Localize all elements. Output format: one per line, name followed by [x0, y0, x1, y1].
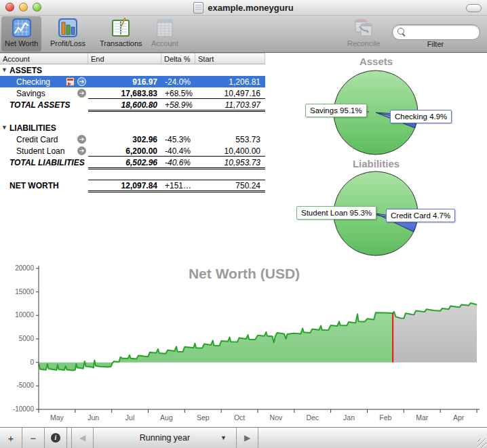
filter-label: Filter [392, 40, 479, 48]
table-row[interactable]: ▼ASSETS [0, 64, 265, 76]
column-header-end[interactable]: End [88, 54, 161, 64]
start-amount-cell: 10,953.73 [195, 157, 265, 169]
account-name: LIABILITIES [9, 123, 56, 133]
profit-loss-button[interactable]: Profit/Loss [47, 16, 89, 52]
toolbar: Net Worth Profit/Loss T [0, 16, 487, 53]
start-amount-cell: 10,400.00 [195, 145, 265, 157]
column-header-account[interactable]: Account [0, 54, 88, 64]
svg-text:Net Worth (USD): Net Worth (USD) [189, 266, 300, 281]
add-account-button[interactable]: + [0, 428, 22, 448]
svg-text:Oct: Oct [234, 413, 245, 422]
svg-text:5000: 5000 [19, 335, 35, 342]
svg-text:May: May [50, 413, 64, 422]
edit-account-icon[interactable] [66, 77, 75, 86]
end-amount-cell: 302.96 [88, 134, 161, 145]
net-worth-chart: -10000-500005000100001500020000MayJunJul… [0, 261, 487, 427]
reconcile-icon [353, 17, 374, 39]
column-header-start[interactable]: Start [195, 54, 265, 64]
reconcile-label: Reconcile [347, 39, 380, 47]
table-row[interactable]: NET WORTH12,097.84+151…750.24 [0, 180, 265, 191]
svg-text:15000: 15000 [15, 288, 34, 296]
bottom-bar-spacer [67, 428, 72, 448]
svg-text:-10000: -10000 [13, 405, 35, 413]
pie-panel: Assets Liabilities Savings 95.1% Checkin… [265, 53, 487, 261]
start-amount-cell: 750.24 [195, 180, 265, 192]
chevron-left-icon: ◀ [79, 433, 85, 443]
transactions-button[interactable]: Transactions [96, 16, 146, 52]
remove-account-button[interactable]: − [22, 428, 45, 448]
table-row[interactable]: TOTAL ASSETS18,600.80+58.9%11,703.97 [0, 99, 265, 110]
delta-cell: -40.4% [161, 145, 195, 157]
account-name-cell: ▼LIABILITIES [0, 122, 88, 134]
account-name-cell: TOTAL ASSETS [0, 99, 88, 112]
account-name-cell: ▼ASSETS [0, 64, 88, 76]
account-info-button[interactable]: i [45, 428, 67, 448]
sheet-body: ▼ASSETSChecking➔916.97-24.0%1,206.81Savi… [0, 64, 265, 191]
table-row[interactable]: Savings➔17,683.83+68.5%10,497.16 [0, 87, 265, 99]
start-amount-cell [195, 64, 265, 76]
account-name-cell: TOTAL LIABILITIES [0, 157, 88, 169]
transactions-label: Transactions [100, 39, 142, 47]
minus-icon: − [31, 432, 37, 444]
search-input[interactable] [409, 26, 477, 39]
chevron-down-icon: ▼ [220, 434, 227, 441]
plus-icon: + [8, 432, 14, 444]
prev-period-button[interactable]: ◀ [72, 428, 94, 448]
svg-text:20000: 20000 [15, 264, 34, 272]
assets-checking-callout: Checking 4.9% [390, 110, 452, 123]
svg-text:Nov: Nov [270, 413, 283, 422]
show-account-icon[interactable]: ➔ [77, 77, 86, 86]
show-account-icon[interactable]: ➔ [77, 146, 86, 155]
table-row[interactable]: TOTAL LIABILITIES6,502.96-40.6%10,953.73 [0, 157, 265, 168]
filter-search-field[interactable] [392, 24, 480, 40]
table-row[interactable]: Checking➔916.97-24.0%1,206.81 [0, 76, 265, 87]
delta-cell: -40.6% [161, 157, 195, 169]
svg-text:10000: 10000 [15, 311, 34, 319]
table-row[interactable]: Credit Card➔302.96-45.3%553.73 [0, 134, 265, 145]
end-amount-cell: 18,600.80 [88, 99, 161, 112]
assets-savings-callout: Savings 95.1% [305, 104, 367, 117]
net-worth-button[interactable]: Net Worth [1, 16, 41, 52]
resize-grip[interactable] [478, 439, 486, 447]
toolbar-toggle-button[interactable] [466, 4, 482, 12]
pie-charts [265, 53, 487, 261]
delta-cell [161, 122, 195, 134]
search-icon [397, 28, 404, 35]
net-worth-sheet: Account End Delta % Start ▼ASSETSCheckin… [0, 53, 265, 191]
account-name: ASSETS [9, 66, 42, 75]
net-worth-icon [11, 17, 33, 39]
delta-cell: -24.0% [161, 76, 195, 87]
show-account-icon[interactable]: ➔ [77, 135, 86, 144]
liabilities-studentloan-callout: Student Loan 95.3% [296, 206, 376, 220]
svg-text:Mar: Mar [416, 413, 429, 422]
svg-text:Apr: Apr [453, 413, 465, 422]
show-account-icon[interactable]: ➔ [77, 89, 86, 98]
disclosure-triangle-icon[interactable]: ▼ [1, 66, 7, 73]
account-name: Savings [16, 89, 45, 98]
svg-text:Jan: Jan [343, 413, 355, 422]
liabilities-creditcard-callout: Credit Card 4.7% [386, 209, 455, 222]
next-period-button[interactable]: ▶ [237, 428, 258, 448]
app-window: example.moneyguru Net Worth Profit/Loss [0, 0, 487, 448]
end-amount-cell: 6,200.00 [88, 145, 161, 157]
start-amount-cell: 553.73 [195, 134, 265, 145]
document-icon [193, 2, 203, 14]
account-icon [154, 17, 176, 39]
start-amount-cell [195, 122, 265, 134]
account-name-cell: Student Loan➔ [0, 145, 88, 157]
delta-cell: -45.3% [161, 134, 195, 145]
account-name: TOTAL ASSETS [9, 100, 71, 110]
account-name-cell: NET WORTH [0, 180, 88, 192]
column-header-delta[interactable]: Delta % [161, 54, 195, 64]
table-row[interactable]: Student Loan➔6,200.00-40.4%10,400.00 [0, 145, 265, 157]
svg-text:Dec: Dec [306, 413, 319, 422]
sheet-header: Account End Delta % Start [0, 53, 265, 64]
date-range-select[interactable]: Running year ▼ [94, 428, 237, 448]
end-amount-cell: 6,502.96 [88, 157, 161, 169]
table-row[interactable]: ▼LIABILITIES [0, 122, 265, 134]
date-range-label: Running year [140, 433, 190, 443]
reconcile-button[interactable]: Reconcile [344, 16, 383, 52]
disclosure-triangle-icon[interactable]: ▼ [1, 124, 7, 131]
end-amount-cell [88, 64, 161, 76]
account-button[interactable]: Account [148, 16, 182, 52]
